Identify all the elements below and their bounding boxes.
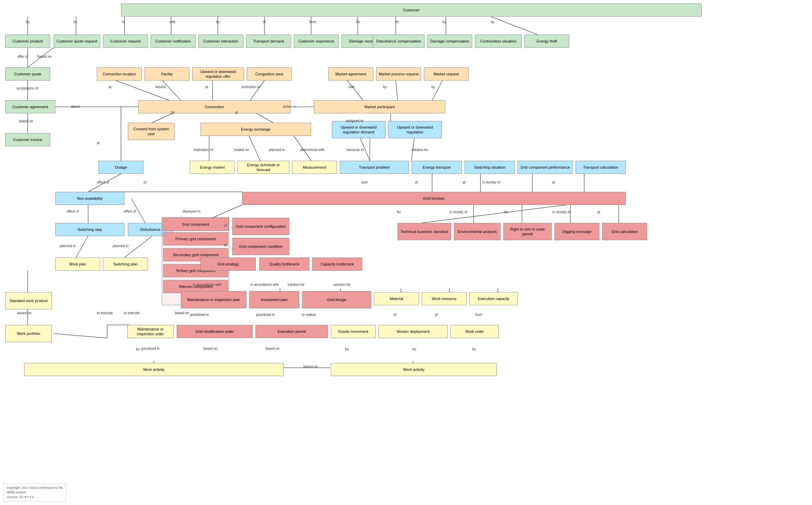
worker-deployment-node: Work order: [450, 325, 499, 338]
damage-compensation-node: Damage compensation: [427, 35, 472, 48]
grid-modification-order-node: Execution permit: [255, 325, 328, 338]
customer-invoice-node: Customer invoice: [5, 133, 50, 146]
switching-plan-node: Switching plan: [103, 258, 148, 271]
edge-label-effect-of-1: effect of: [97, 180, 109, 184]
customer-product-node: Customer product: [5, 35, 50, 48]
edge-label-based-on-2: based on: [19, 119, 33, 123]
goods-movement-node: Worker deployment: [379, 325, 448, 338]
grid-strategy-node: Grid strategy: [200, 258, 256, 271]
edge-label-for-3: for: [171, 111, 175, 114]
upward-downward-demand-node: Upward or downward regulation demand: [332, 121, 385, 138]
congestion-area-node: Congestion area: [247, 67, 292, 81]
edge-label-at-7: at: [597, 210, 600, 214]
customer-node: Customer: [121, 3, 702, 17]
edge-label-in-accordance-with-2: in accordance with: [250, 283, 279, 287]
svg-line-51: [76, 236, 88, 258]
svg-line-10: [491, 17, 538, 35]
market-process-request-node: Market process request: [376, 67, 421, 81]
edge-label-acceptance-of: acceptance of: [17, 86, 38, 90]
edge-label-of-2: of: [143, 180, 146, 184]
edge-label-with-1: with: [169, 20, 176, 24]
grid-design-node: Grid design: [302, 291, 371, 308]
svg-line-70: [54, 334, 107, 338]
grid-component-condition-node: Grid component condition: [232, 238, 289, 255]
edge-label-from-2: from: [475, 313, 482, 317]
edge-label-solution-for-2: solution for: [288, 283, 305, 287]
edge-label-to-execute-2: to execute: [124, 311, 140, 315]
maintenance-inspection-order-node: Grid modification order: [177, 325, 253, 338]
upward-downward-regulation-node: Upward or downward regulation: [388, 121, 442, 138]
edge-label-of-6: of: [393, 313, 396, 317]
edge-label-determined-with: determined with: [300, 148, 325, 152]
edge-label-by-3: by: [216, 20, 220, 24]
grid-component-configuration-node: Grid component configuration: [232, 218, 289, 235]
transport-demand-node: Transport demand: [246, 35, 291, 48]
edge-label-by-5: by: [491, 20, 495, 24]
execution-permit-node: Goods movement: [331, 325, 376, 338]
customer-agreement-node: Customer agreement: [5, 100, 55, 113]
edge-label-in-vicinity-of-2: in vicinity of: [449, 210, 467, 214]
customer-quote-node: Customer quote: [5, 67, 50, 81]
edge-label-restriction-of: restriction of: [241, 85, 260, 89]
edge-label-at-2: at: [205, 85, 208, 89]
edge-label-deployed-to: deployed to: [183, 209, 200, 213]
edge-label-of-3: of: [415, 180, 418, 184]
edge-label-at-4: at: [235, 111, 238, 114]
work-order-node: Work activity: [24, 363, 283, 376]
customer-experience-node: Customer experience: [294, 35, 339, 48]
edge-label-planned-in-1: planned in: [269, 148, 285, 152]
work-portfolio-node: Maintenance or inspection order: [127, 325, 174, 338]
environmental-analysis-node: Environmental analysis: [454, 223, 501, 240]
transport-calculation-node: Transport calculation: [576, 161, 626, 174]
energy-schedule-forecast-node: Energy schedule or forecast: [237, 161, 289, 174]
edge-label-for-5: for: [504, 210, 508, 214]
energy-exchange-node: Energy exchange: [200, 123, 311, 136]
customer-interaction-node: Customer interaction: [198, 35, 243, 48]
svg-line-22: [396, 81, 398, 100]
edge-label-planned-in-3: planned in: [113, 244, 129, 248]
non-availability-node: Non-availability: [55, 192, 124, 205]
energy-transport-node: Energy transport: [412, 161, 462, 174]
edge-label-effect-of-2: effect of: [67, 209, 79, 213]
svg-line-23: [432, 81, 442, 100]
market-request-node: Market request: [424, 67, 469, 81]
edge-label-solution-for-3: solution for: [334, 283, 351, 287]
maintenance-inspection-plan-node: Maintenance or inspection plan: [181, 291, 246, 308]
edge-label-to-execute-1: to execute: [97, 311, 113, 315]
edge-label-for-8: for: [412, 347, 417, 351]
work-activity-node: Work activity: [331, 363, 497, 376]
edge-label-based-on-gc: based on: [175, 311, 189, 315]
customer-quote-request-node: Customer quote request: [54, 35, 100, 48]
edge-label-effect-of-3: effect of: [124, 209, 136, 213]
edge-label-based-on-4: based on: [203, 347, 217, 350]
edge-label-to-realise: to realise: [302, 313, 316, 317]
disturbance-compensation-node: Disturbance compensation: [373, 35, 424, 48]
svg-line-21: [347, 81, 363, 100]
edge-label-prioritised-in-1: prioritised in: [190, 313, 209, 317]
transport-problem-node: Transport problem: [340, 161, 409, 174]
market-participant-node: Market participant: [314, 100, 445, 113]
edge-label-based-on-1: based on: [37, 55, 52, 58]
edge-label-based-on-5: based on: [265, 347, 280, 350]
preliminary-final-design-node: Standard work product: [5, 292, 52, 309]
edge-label-planned-in-2: planned in: [60, 244, 76, 248]
grid-function-node: Grid function: [242, 192, 626, 205]
contractless-situation-node: Contractless situation: [475, 35, 522, 48]
edge-label-at-6: at: [552, 180, 555, 184]
customer-request-node: Customer request: [103, 35, 148, 48]
consent-system-user-node: Consent from system user: [128, 123, 175, 140]
edge-label-for-7: for: [345, 347, 349, 351]
edge-label-by-4: by: [442, 20, 446, 24]
quality-bottleneck-node: Quality bottleneck: [259, 258, 309, 271]
edge-label-behind: behind: [156, 85, 166, 89]
edge-label-of-5: of: [224, 243, 227, 247]
grid-component-node: Grid component: [162, 218, 229, 231]
edge-label-by-2: by: [74, 20, 77, 24]
material-node: Material: [374, 292, 419, 305]
energy-market-node: Energy market: [190, 161, 235, 174]
outage-node: Outage: [99, 161, 143, 174]
connection-location-node: Connection location: [97, 67, 142, 81]
edge-label-by-6: by: [383, 85, 387, 89]
investment-plan-node: Investment plan: [249, 291, 299, 308]
customer-notification-node: Customer notification: [151, 35, 196, 48]
